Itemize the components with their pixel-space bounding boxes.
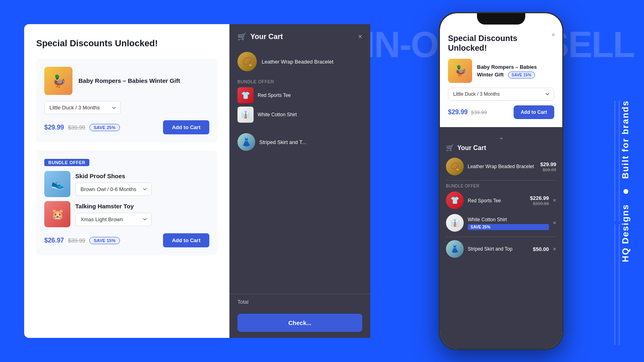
cart-bundle-item-shirt: 👔 White Cotton Shirt [237,107,362,123]
cart-red-tee-name: Red Sports Tee [258,93,291,98]
phone-mockup: × Special Discounts Unlocked! 🦆 Baby Rom… [439,12,564,350]
phone-bundle-save-badge: SAVE 25% [468,224,549,230]
product-img-hamster: 🐹 [44,201,70,227]
save-badge-1: SAVE 25% [89,124,120,131]
phone-add-btn[interactable]: Add to Cart [514,105,554,119]
phone-bracelet-img: 📿 [446,158,464,175]
cart-title: 🛒 Your Cart [237,32,283,41]
product-card-1: 🦆 Baby Rompers – Babies Winter Gift Litt… [36,59,217,142]
cart-icon: 🛒 [237,32,246,41]
bundle-badge: BUNDLE OFFER [44,159,89,166]
cart-total-label: Total [237,299,248,305]
phone-notch [477,13,525,25]
phone-cart-icon: 🛒 [446,144,454,152]
cart-item-bracelet: 📿 Leather Wrap Beaded Bracelet [229,47,370,76]
cart-divider-2 [446,237,556,237]
product-img-baby: 🦆 [44,67,72,95]
product-name-1: Baby Rompers – Babies Winter Gift [78,77,180,85]
phone-cart-header: 🛒 Your Cart [446,144,556,152]
cart-bracelet-name: Leather Wrap Beaded Bracelet [262,59,333,65]
phone-baby-img: 🦆 [448,59,472,83]
cart-bundle-item-tee: 👕 Red Sports Tee [237,87,362,103]
phone-bundle-close-2[interactable]: × [553,220,556,226]
add-to-cart-btn-1[interactable]: Add to Cart [163,120,209,134]
cart-header: 🛒 Your Cart × [229,24,370,47]
cart-bracelet-img: 📿 [237,52,257,71]
cart-divider-1 [446,180,556,181]
save-badge-2: SAVE 15% [89,237,120,244]
phone-close-btn[interactable]: × [551,31,555,39]
phone-cart-striped: 👗 Striped Skirt and Top $50.00 × [446,240,556,258]
phone-cart-bundle-item2: 👔 White Cotton Shirt SAVE 25% × [446,214,556,232]
cart-white-shirt-name: White Cotton Shirt [258,112,297,117]
cart-bundle-label: BUNDLE OFFER [229,76,370,84]
brand-line1: Built for brands [619,100,632,179]
phone-bundle-item1-name: Red Sports Tee [468,198,501,204]
discount-panel: Special Discounts Unlocked! 🦆 Baby Rompe… [24,24,229,338]
phone-variant-select[interactable]: Little Duck / 3 Months [448,88,554,101]
phone-discount-section: × Special Discounts Unlocked! 🦆 Baby Rom… [440,13,562,127]
phone-save-badge: SAVE 15% [508,72,535,78]
cart-bundle-items: 👕 Red Sports Tee 👔 White Cotton Shirt [229,84,370,129]
phone-cart-title: Your Cart [457,144,486,152]
phone-cart-section: ⌄ 🛒 Your Cart 📿 Leather Wrap Beaded Brac… [440,127,562,349]
phone-white-shirt-img: 👔 [446,214,464,232]
cart-red-tee-img: 👕 [237,87,254,103]
main-container: Special Discounts Unlocked! 🦆 Baby Rompe… [24,24,370,338]
cart-striped-name: Striped Skirt and T... [259,139,306,145]
price-current-1: $29.99 [44,124,64,131]
phone-bracelet-price: $29.99 [540,161,556,167]
phone-screen: × Special Discounts Unlocked! 🦆 Baby Rom… [440,13,562,349]
cart-total-row: Total [229,294,370,310]
cart-striped-item: 👗 Striped Skirt and T... [229,129,370,155]
phone-bundle-item1-price: $226.99 [530,195,549,201]
phone-chevron-icon: ⌄ [446,133,556,141]
phone-bracelet-name: Leather Wrap Beaded Bracelet [468,164,536,169]
cart-panel: 🛒 Your Cart × 📿 Leather Wrap Beaded Brac… [229,24,370,338]
phone-bundle-item1-orig: $399.88 [530,201,549,206]
price-original-1: $39.99 [68,124,85,131]
product-img-shoes: 👟 [44,171,70,197]
dot-indicator [623,189,628,194]
add-to-cart-btn-2[interactable]: Add to Cart [163,233,209,247]
cart-white-shirt-img: 👔 [237,107,254,123]
phone-cart-item-bracelet: 📿 Leather Wrap Beaded Bracelet $29.99 $6… [446,158,556,175]
cart-striped-img: 👗 [237,133,255,151]
price-current-2: $26.97 [44,237,64,244]
variant-select-1[interactable]: Little Duck / 3 Months [44,101,121,114]
variant-select-shoes[interactable]: Brown Owl / 0-6 Months [75,183,152,196]
product-name-hamster: Talking Hamster Toy [75,202,152,210]
product-card-2: BUNDLE OFFER 👟 Skid Proof Shoes Brown Ow… [36,150,217,255]
right-sidebar: Built for brands HQ Designs [564,0,644,362]
brand-line2: HQ Designs [619,204,632,262]
discount-panel-title: Special Discounts Unlocked! [36,38,217,49]
cart-checkout-btn[interactable]: Check... [237,314,362,332]
price-original-2: $39.99 [68,237,85,244]
variant-select-hamster[interactable]: Xmas Light Brown [75,213,152,226]
phone-bundle-close-1[interactable]: × [553,197,556,204]
phone-price-current: $29.99 [448,109,468,116]
phone-discount-title: Special Discounts Unlocked! [448,33,554,53]
phone-striped-name: Striped Skirt and Top [468,246,529,252]
phone-bundle-item2-name: White Cotton Shirt [468,217,507,222]
product-name-shoes: Skid Proof Shoes [75,172,152,180]
phone-striped-img: 👗 [446,240,464,258]
cart-close-btn[interactable]: × [358,33,362,41]
phone-red-tee-img: 👕 [446,191,464,209]
phone-striped-close[interactable]: × [553,246,556,252]
phone-bracelet-orig: $69.99 [540,167,556,172]
phone-price-original: $39.99 [471,109,487,115]
phone-bundle-label: BUNDLE OFFER [446,184,556,188]
phone-striped-price: $50.00 [533,246,549,252]
phone-cart-bundle-item1: 👕 Red Sports Tee $226.99 $399.88 × [446,191,556,209]
